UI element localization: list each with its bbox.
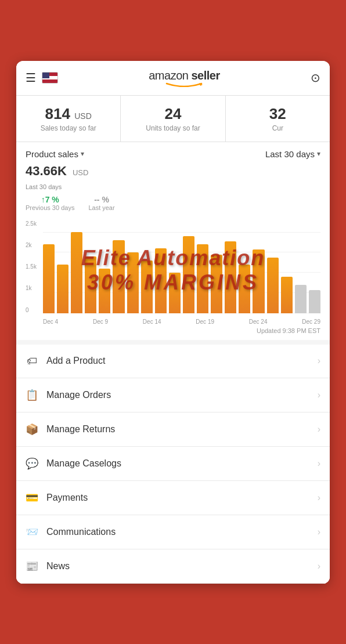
menu-item-left-add-product: 🏷 Add a Product [26, 355, 105, 367]
year-change-label: Last year [88, 204, 114, 211]
stat-currency: 32 Cur [226, 96, 330, 142]
y-label-2000: 2k [26, 242, 37, 248]
gridline-2 [43, 252, 320, 252]
y-label-1500: 1.5k [26, 263, 37, 270]
bar-17 [281, 277, 293, 313]
communications-icon: 📨 [26, 526, 38, 538]
menu-item-left-manage-orders: 📋 Manage Orders [26, 389, 111, 401]
bar-15 [253, 249, 264, 313]
amazon-smile [164, 82, 204, 87]
gridline-1 [43, 232, 320, 233]
hamburger-icon[interactable]: ☰ [26, 71, 36, 85]
bar-19 [309, 290, 320, 313]
x-label-dec29: Dec 29 [302, 319, 320, 325]
communications-chevron: › [318, 527, 320, 537]
manage-caselogs-chevron: › [318, 458, 320, 469]
manage-orders-label: Manage Orders [46, 390, 111, 400]
period-filter[interactable]: Last 30 days ▾ [265, 149, 320, 159]
menu-item-left-payments: 💳 Payments [26, 491, 88, 504]
menu-item-left-news: 📰 News [26, 560, 70, 573]
manage-returns-label: Manage Returns [46, 424, 115, 435]
chart-header: Product sales ▾ Last 30 days ▾ [16, 142, 330, 164]
chart-main-value: 43.66K [26, 164, 67, 179]
stat-units-value: 24 [127, 105, 219, 123]
header: ☰ amazon seller ⊙ [16, 61, 330, 96]
bar-8 [155, 248, 167, 313]
previous-change-value: ↑7 % [26, 195, 74, 204]
add-product-chevron: › [318, 356, 320, 366]
bar-6 [127, 252, 139, 313]
x-label-dec19: Dec 19 [196, 319, 214, 325]
chart-section: Product sales ▾ Last 30 days ▾ 43.66K US… [16, 142, 330, 340]
manage-orders-chevron: › [318, 390, 320, 400]
y-label-2500: 2.5k [26, 220, 37, 227]
stat-units: 24 Units today so far [121, 96, 225, 142]
bar-11 [197, 244, 208, 313]
menu-list: 🏷 Add a Product › 📋 Manage Orders › 📦 Ma… [16, 345, 330, 584]
bar-10 [183, 236, 194, 313]
x-label-dec9: Dec 9 [93, 319, 108, 325]
stat-sales: 814 USD Sales today so far [16, 96, 121, 142]
menu-item-left-manage-caselogs: 💬 Manage Caselogs [26, 457, 121, 470]
stat-change-year: -- % Last year [88, 195, 114, 211]
menu-item-manage-orders[interactable]: 📋 Manage Orders › [16, 378, 330, 413]
phone-frame: ☰ amazon seller ⊙ 814 USD [0, 0, 346, 644]
menu-item-news[interactable]: 📰 News › [16, 549, 330, 584]
news-icon: 📰 [26, 560, 38, 573]
bar-12 [211, 255, 222, 313]
manage-caselogs-label: Manage Caselogs [46, 458, 121, 469]
x-label-dec14: Dec 14 [143, 319, 161, 325]
bar-0 [43, 244, 55, 313]
manage-returns-chevron: › [318, 424, 320, 435]
chart-updated: Updated 9:38 PM EST [16, 325, 330, 340]
period-label: Last 30 days [265, 149, 315, 159]
stat-sales-label: Sales today so far [22, 124, 114, 132]
manage-returns-icon: 📦 [26, 423, 38, 436]
menu-item-add-product[interactable]: 🏷 Add a Product › [16, 345, 330, 378]
chart-bars [43, 232, 320, 313]
news-chevron: › [318, 561, 320, 571]
payments-icon: 💳 [26, 491, 38, 504]
news-label: News [46, 561, 70, 571]
chart-main-unit: USD [73, 168, 88, 177]
menu-item-manage-returns[interactable]: 📦 Manage Returns › [16, 413, 330, 447]
bar-chart: 2.5k 2k 1.5k 1k 0 [26, 220, 320, 325]
flag-icon [42, 72, 58, 84]
communications-label: Communications [46, 527, 116, 537]
year-change-value: -- % [88, 195, 114, 204]
menu-item-communications[interactable]: 📨 Communications › [16, 515, 330, 549]
payments-label: Payments [46, 493, 88, 503]
bar-16 [267, 258, 279, 313]
bar-13 [225, 241, 236, 313]
stat-sales-value: 814 USD [22, 105, 114, 123]
bar-3 [85, 256, 96, 313]
chart-y-labels: 2.5k 2k 1.5k 1k 0 [26, 220, 37, 313]
bar-7 [141, 261, 153, 313]
app-container: ☰ amazon seller ⊙ 814 USD [16, 61, 330, 584]
menu-item-left-communications: 📨 Communications [26, 526, 116, 538]
bar-9 [169, 273, 181, 313]
camera-icon[interactable]: ⊙ [311, 71, 320, 85]
stat-currency-label: Cur [232, 124, 324, 132]
stat-currency-value: 32 [232, 105, 324, 123]
add-product-label: Add a Product [46, 356, 105, 366]
x-label-dec24: Dec 24 [249, 319, 268, 325]
filter-label: Product sales [26, 149, 78, 159]
bar-4 [99, 269, 110, 313]
filter-dropdown-icon: ▾ [81, 150, 84, 158]
stats-bar: 814 USD Sales today so far 24 Units toda… [16, 96, 330, 142]
bar-5 [113, 240, 124, 313]
chart-x-labels: Dec 4 Dec 9 Dec 14 Dec 19 Dec 24 Dec 29 [43, 319, 320, 325]
menu-item-left-manage-returns: 📦 Manage Returns [26, 423, 115, 436]
x-label-dec4: Dec 4 [43, 319, 58, 325]
app-title: amazon seller [149, 69, 219, 82]
product-sales-filter[interactable]: Product sales ▾ [26, 149, 84, 159]
menu-item-payments[interactable]: 💳 Payments › [16, 481, 330, 515]
menu-item-manage-caselogs[interactable]: 💬 Manage Caselogs › [16, 447, 330, 481]
bar-2 [71, 232, 82, 313]
chart-stats-group: ↑7 % Previous 30 days -- % Last year [16, 195, 330, 216]
app-title-bold: seller [191, 69, 219, 82]
stat-units-label: Units today so far [127, 124, 219, 132]
y-label-1000: 1k [26, 285, 37, 291]
header-brand: amazon seller [149, 69, 219, 87]
